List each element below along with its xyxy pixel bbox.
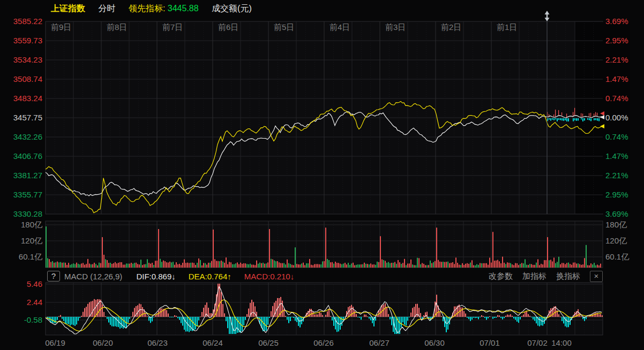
price-axis-label: 3330.28 bbox=[0, 209, 42, 219]
chart-canvas bbox=[0, 0, 644, 350]
day-label: 前2日 bbox=[441, 22, 461, 32]
macd-help-button[interactable]: ? bbox=[47, 271, 60, 281]
date-label: 06/25 bbox=[258, 338, 279, 348]
day-label: 前5日 bbox=[274, 22, 294, 32]
dif-down-arrow-icon: ↓ bbox=[171, 272, 176, 281]
pct-axis-label: 2.21% bbox=[605, 171, 628, 180]
macd-axis-label: -0.58 bbox=[0, 315, 42, 325]
change-params-button[interactable]: 改参数 bbox=[489, 271, 513, 281]
macd-axis-label: 2.44 bbox=[0, 298, 42, 307]
date-label: 07/01 bbox=[480, 338, 500, 348]
macd-header: ? MACD (12,26,9) DIF:0.869↓ DEA:0.764↑ M… bbox=[47, 270, 603, 282]
price-axis-label: 3381.27 bbox=[0, 171, 42, 180]
day-label: 前9日 bbox=[51, 22, 71, 32]
pct-axis-label: 2.95% bbox=[605, 190, 628, 200]
price-axis-label: 3483.24 bbox=[0, 94, 42, 103]
day-label: 前8日 bbox=[107, 22, 127, 32]
price-axis-label: 3406.76 bbox=[0, 151, 42, 161]
price-axis-label: 3534.23 bbox=[0, 55, 42, 65]
pct-axis-label: 0.00% bbox=[605, 113, 628, 123]
macd-macd-value: MACD:0.210↓ bbox=[244, 272, 294, 281]
date-label: 06/30 bbox=[424, 338, 445, 348]
current-time-label: 14:00 bbox=[551, 338, 572, 348]
pct-axis-label: 1.47% bbox=[605, 74, 628, 84]
date-label: 06/20 bbox=[93, 338, 113, 348]
pct-axis-label: 2.21% bbox=[605, 55, 628, 65]
day-label: 前3日 bbox=[385, 22, 406, 32]
macd-down-arrow-icon: ↓ bbox=[290, 272, 295, 281]
pct-axis-label: 2.95% bbox=[605, 36, 628, 45]
volume-axis-label: 180亿 bbox=[605, 220, 627, 230]
pct-axis-label: 0.74% bbox=[605, 132, 628, 142]
macd-title: MACD (12,26,9) bbox=[64, 272, 122, 281]
price-axis-label: 3559.73 bbox=[0, 36, 42, 45]
grid bbox=[46, 21, 630, 335]
day-label: 前7日 bbox=[162, 22, 183, 32]
date-label: 06/24 bbox=[203, 338, 223, 348]
date-label: 06/19 bbox=[45, 338, 65, 348]
pct-axis-label: 3.69% bbox=[605, 209, 628, 219]
macd-dif-value: DIF:0.869↓ bbox=[136, 272, 175, 281]
close-indicator-button[interactable]: × bbox=[590, 271, 603, 282]
macd-dea-value: DEA:0.764↑ bbox=[189, 272, 231, 281]
switch-indicator-button[interactable]: 换指标 bbox=[556, 271, 580, 281]
date-label: 06/26 bbox=[313, 338, 334, 348]
app-root: 上证指数 分时 领先指标: 3445.88 成交额(元) 3585.223559… bbox=[0, 0, 644, 350]
volume-axis-label: 60.1亿 bbox=[605, 252, 629, 262]
pct-axis-label: 1.47% bbox=[605, 151, 628, 161]
price-axis-label: 3508.74 bbox=[0, 74, 42, 84]
price-axis-label: 3432.26 bbox=[0, 132, 42, 142]
price-axis-label: 3585.22 bbox=[0, 17, 42, 26]
volume-axis-label: 180亿 bbox=[0, 220, 42, 230]
date-label: 06/23 bbox=[147, 338, 168, 348]
volume-axis-label: 120亿 bbox=[0, 236, 42, 246]
date-label: 06/27 bbox=[369, 338, 390, 348]
volume-axis-label: 60.1亿 bbox=[0, 252, 42, 262]
volume-axis-label: 120亿 bbox=[605, 236, 627, 246]
day-label: 前6日 bbox=[218, 22, 238, 32]
price-axis-label: 3457.75 bbox=[0, 113, 42, 123]
macd-axis-label: 5.46 bbox=[0, 279, 42, 289]
day-label: 前1日 bbox=[497, 22, 517, 32]
pct-axis-label: 3.69% bbox=[605, 17, 628, 26]
pct-axis-label: 0.74% bbox=[605, 94, 628, 103]
day-label: 前4日 bbox=[330, 22, 350, 32]
date-label: 07/02 bbox=[527, 338, 548, 348]
price-axis-label: 3355.77 bbox=[0, 190, 42, 200]
add-indicator-button[interactable]: 加指标 bbox=[522, 271, 546, 281]
dea-up-arrow-icon: ↑ bbox=[227, 272, 231, 281]
